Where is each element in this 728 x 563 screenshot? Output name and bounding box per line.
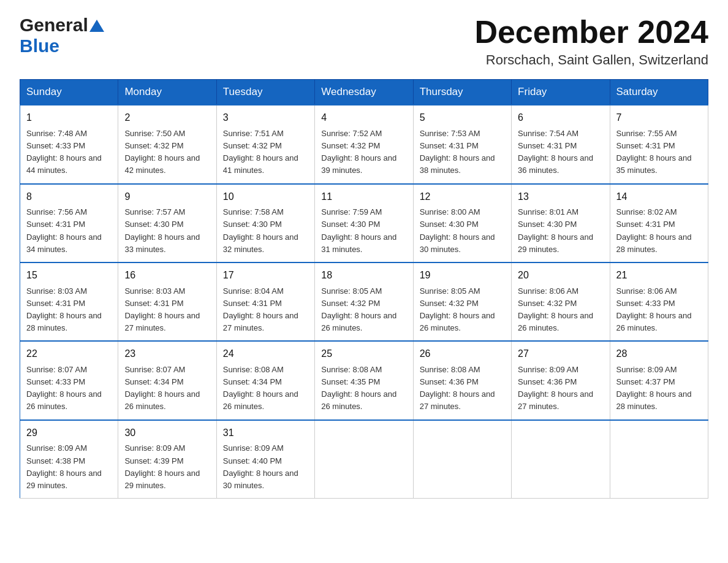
day-number: 22 bbox=[26, 347, 112, 362]
week-row-2: 8Sunrise: 7:56 AMSunset: 4:31 PMDaylight… bbox=[20, 184, 708, 262]
day-detail: Sunrise: 8:03 AMSunset: 4:31 PMDaylight:… bbox=[26, 285, 112, 335]
day-number: 23 bbox=[124, 347, 210, 362]
month-title: December 2024 bbox=[474, 15, 708, 50]
calendar-cell bbox=[610, 420, 708, 499]
day-number: 14 bbox=[616, 190, 702, 205]
day-detail: Sunrise: 8:00 AMSunset: 4:30 PMDaylight:… bbox=[420, 206, 505, 256]
week-row-3: 15Sunrise: 8:03 AMSunset: 4:31 PMDayligh… bbox=[20, 262, 708, 341]
day-detail: Sunrise: 8:09 AMSunset: 4:39 PMDaylight:… bbox=[124, 442, 210, 492]
weekday-header-friday: Friday bbox=[512, 80, 610, 105]
day-number: 31 bbox=[223, 426, 308, 441]
calendar-cell: 30Sunrise: 8:09 AMSunset: 4:39 PMDayligh… bbox=[118, 420, 216, 499]
calendar-cell: 15Sunrise: 8:03 AMSunset: 4:31 PMDayligh… bbox=[20, 262, 118, 341]
weekday-header-saturday: Saturday bbox=[610, 80, 708, 105]
calendar-cell: 8Sunrise: 7:56 AMSunset: 4:31 PMDaylight… bbox=[20, 184, 118, 262]
day-number: 29 bbox=[26, 426, 112, 441]
weekday-header-monday: Monday bbox=[118, 80, 216, 105]
header: General Blue December 2024 Rorschach, Sa… bbox=[20, 15, 708, 68]
day-number: 15 bbox=[26, 268, 112, 283]
calendar-cell: 24Sunrise: 8:08 AMSunset: 4:34 PMDayligh… bbox=[216, 341, 314, 419]
calendar-cell: 31Sunrise: 8:09 AMSunset: 4:40 PMDayligh… bbox=[216, 420, 314, 499]
calendar-cell: 19Sunrise: 8:05 AMSunset: 4:32 PMDayligh… bbox=[413, 262, 511, 341]
day-number: 2 bbox=[124, 110, 210, 126]
calendar-cell: 20Sunrise: 8:06 AMSunset: 4:32 PMDayligh… bbox=[512, 262, 610, 341]
day-detail: Sunrise: 8:09 AMSunset: 4:37 PMDaylight:… bbox=[616, 364, 702, 413]
day-detail: Sunrise: 7:48 AMSunset: 4:33 PMDaylight:… bbox=[26, 128, 112, 177]
day-detail: Sunrise: 8:03 AMSunset: 4:31 PMDaylight:… bbox=[124, 285, 210, 335]
weekday-header-sunday: Sunday bbox=[20, 80, 118, 105]
day-detail: Sunrise: 8:05 AMSunset: 4:32 PMDaylight:… bbox=[420, 285, 505, 335]
day-detail: Sunrise: 8:02 AMSunset: 4:31 PMDaylight:… bbox=[616, 206, 702, 256]
day-number: 24 bbox=[223, 347, 308, 362]
calendar-cell: 18Sunrise: 8:05 AMSunset: 4:32 PMDayligh… bbox=[315, 262, 413, 341]
day-number: 16 bbox=[124, 268, 210, 283]
calendar-cell: 10Sunrise: 7:58 AMSunset: 4:30 PMDayligh… bbox=[216, 184, 314, 262]
logo-triangle-icon bbox=[89, 17, 104, 32]
week-row-4: 22Sunrise: 8:07 AMSunset: 4:33 PMDayligh… bbox=[20, 341, 708, 419]
day-detail: Sunrise: 7:50 AMSunset: 4:32 PMDaylight:… bbox=[124, 128, 210, 177]
day-detail: Sunrise: 7:52 AMSunset: 4:32 PMDaylight:… bbox=[321, 128, 406, 177]
day-detail: Sunrise: 7:53 AMSunset: 4:31 PMDaylight:… bbox=[420, 128, 505, 177]
calendar-cell: 29Sunrise: 8:09 AMSunset: 4:38 PMDayligh… bbox=[20, 420, 118, 499]
day-detail: Sunrise: 8:07 AMSunset: 4:33 PMDaylight:… bbox=[26, 364, 112, 413]
svg-marker-0 bbox=[89, 20, 104, 32]
calendar-cell: 3Sunrise: 7:51 AMSunset: 4:32 PMDaylight… bbox=[216, 105, 314, 183]
calendar-cell: 1Sunrise: 7:48 AMSunset: 4:33 PMDaylight… bbox=[20, 105, 118, 183]
location-subtitle: Rorschach, Saint Gallen, Switzerland bbox=[474, 52, 708, 68]
day-detail: Sunrise: 7:55 AMSunset: 4:31 PMDaylight:… bbox=[616, 128, 702, 177]
day-number: 12 bbox=[420, 190, 505, 205]
day-detail: Sunrise: 7:54 AMSunset: 4:31 PMDaylight:… bbox=[518, 128, 603, 177]
calendar-cell: 6Sunrise: 7:54 AMSunset: 4:31 PMDaylight… bbox=[512, 105, 610, 183]
day-detail: Sunrise: 8:09 AMSunset: 4:38 PMDaylight:… bbox=[26, 442, 112, 492]
week-row-5: 29Sunrise: 8:09 AMSunset: 4:38 PMDayligh… bbox=[20, 420, 708, 499]
day-number: 10 bbox=[223, 190, 308, 205]
week-row-1: 1Sunrise: 7:48 AMSunset: 4:33 PMDaylight… bbox=[20, 105, 708, 183]
day-detail: Sunrise: 7:59 AMSunset: 4:30 PMDaylight:… bbox=[321, 206, 406, 256]
calendar-cell: 9Sunrise: 7:57 AMSunset: 4:30 PMDaylight… bbox=[118, 184, 216, 262]
calendar-cell: 25Sunrise: 8:08 AMSunset: 4:35 PMDayligh… bbox=[315, 341, 413, 419]
title-area: December 2024 Rorschach, Saint Gallen, S… bbox=[474, 15, 708, 68]
day-number: 30 bbox=[124, 426, 210, 441]
day-number: 27 bbox=[518, 347, 603, 362]
day-detail: Sunrise: 8:04 AMSunset: 4:31 PMDaylight:… bbox=[223, 285, 308, 335]
day-detail: Sunrise: 8:01 AMSunset: 4:30 PMDaylight:… bbox=[518, 206, 603, 256]
day-number: 3 bbox=[223, 110, 308, 126]
day-number: 21 bbox=[616, 268, 702, 283]
day-number: 25 bbox=[321, 347, 406, 362]
calendar-cell bbox=[413, 420, 511, 499]
calendar-cell: 21Sunrise: 8:06 AMSunset: 4:33 PMDayligh… bbox=[610, 262, 708, 341]
calendar-table: SundayMondayTuesdayWednesdayThursdayFrid… bbox=[20, 79, 708, 499]
day-number: 8 bbox=[26, 190, 112, 205]
calendar-cell: 2Sunrise: 7:50 AMSunset: 4:32 PMDaylight… bbox=[118, 105, 216, 183]
day-number: 6 bbox=[518, 110, 603, 126]
day-detail: Sunrise: 7:57 AMSunset: 4:30 PMDaylight:… bbox=[124, 206, 210, 256]
logo: General Blue bbox=[20, 15, 104, 56]
logo-blue: Blue bbox=[20, 36, 59, 56]
calendar-cell bbox=[315, 420, 413, 499]
day-number: 7 bbox=[616, 110, 702, 126]
calendar-cell: 5Sunrise: 7:53 AMSunset: 4:31 PMDaylight… bbox=[413, 105, 511, 183]
weekday-header-row: SundayMondayTuesdayWednesdayThursdayFrid… bbox=[20, 80, 708, 105]
weekday-header-thursday: Thursday bbox=[413, 80, 511, 105]
calendar-cell: 23Sunrise: 8:07 AMSunset: 4:34 PMDayligh… bbox=[118, 341, 216, 419]
calendar-cell bbox=[512, 420, 610, 499]
day-number: 19 bbox=[420, 268, 505, 283]
day-detail: Sunrise: 7:58 AMSunset: 4:30 PMDaylight:… bbox=[223, 206, 308, 256]
calendar-cell: 4Sunrise: 7:52 AMSunset: 4:32 PMDaylight… bbox=[315, 105, 413, 183]
day-detail: Sunrise: 8:08 AMSunset: 4:34 PMDaylight:… bbox=[223, 364, 308, 413]
weekday-header-wednesday: Wednesday bbox=[315, 80, 413, 105]
calendar-cell: 28Sunrise: 8:09 AMSunset: 4:37 PMDayligh… bbox=[610, 341, 708, 419]
weekday-header-tuesday: Tuesday bbox=[216, 80, 314, 105]
day-detail: Sunrise: 8:09 AMSunset: 4:40 PMDaylight:… bbox=[223, 442, 308, 492]
day-detail: Sunrise: 8:05 AMSunset: 4:32 PMDaylight:… bbox=[321, 285, 406, 335]
calendar-cell: 17Sunrise: 8:04 AMSunset: 4:31 PMDayligh… bbox=[216, 262, 314, 341]
day-detail: Sunrise: 7:51 AMSunset: 4:32 PMDaylight:… bbox=[223, 128, 308, 177]
calendar-cell: 14Sunrise: 8:02 AMSunset: 4:31 PMDayligh… bbox=[610, 184, 708, 262]
day-detail: Sunrise: 8:08 AMSunset: 4:35 PMDaylight:… bbox=[321, 364, 406, 413]
day-number: 13 bbox=[518, 190, 603, 205]
day-number: 17 bbox=[223, 268, 308, 283]
day-number: 1 bbox=[26, 110, 112, 126]
day-number: 18 bbox=[321, 268, 406, 283]
calendar-cell: 13Sunrise: 8:01 AMSunset: 4:30 PMDayligh… bbox=[512, 184, 610, 262]
calendar-cell: 22Sunrise: 8:07 AMSunset: 4:33 PMDayligh… bbox=[20, 341, 118, 419]
